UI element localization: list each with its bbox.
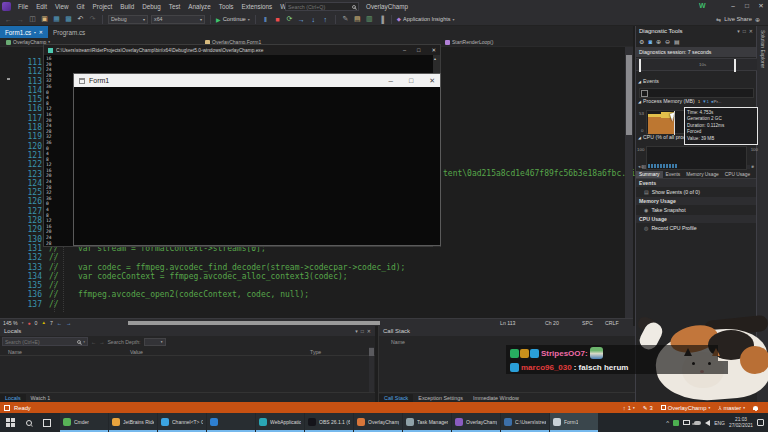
save-all-icon[interactable]: ▩ bbox=[64, 15, 73, 23]
tab-watch-1[interactable]: Watch 1 bbox=[26, 394, 56, 402]
stop-icon[interactable]: ■ bbox=[273, 16, 282, 23]
feedback-icon[interactable]: ⊕ bbox=[755, 16, 760, 23]
horizontal-scrollbar-thumb[interactable] bbox=[128, 321, 380, 325]
events-section-header[interactable]: ◢ Events bbox=[636, 77, 756, 85]
navigate-forward-icon[interactable]: → bbox=[66, 320, 71, 326]
tab-call-stack[interactable]: Call Stack bbox=[379, 394, 413, 402]
diagnostics-tab[interactable]: Memory Usage bbox=[683, 171, 722, 178]
step-into-icon[interactable]: ↓ bbox=[309, 16, 318, 23]
undo-icon[interactable]: ↶ bbox=[76, 15, 85, 23]
taskbar-search-button[interactable] bbox=[20, 420, 38, 426]
close-icon[interactable]: ✕ bbox=[429, 77, 435, 85]
search-input[interactable] bbox=[288, 4, 352, 10]
git-outgoing-commits[interactable]: ↑1▾ bbox=[623, 405, 635, 411]
solution-configuration-dropdown[interactable]: Debug▾ bbox=[108, 15, 148, 24]
new-window-icon[interactable]: ◫ bbox=[28, 15, 37, 23]
notifications-bell-icon[interactable] bbox=[753, 406, 758, 410]
doc-outline-icon[interactable]: ▤ bbox=[353, 15, 362, 23]
volume-icon[interactable] bbox=[705, 420, 710, 426]
account-avatar[interactable]: W bbox=[699, 2, 706, 9]
locals-search-box[interactable]: ▾ bbox=[2, 337, 88, 346]
menu-item[interactable]: Tools bbox=[215, 3, 238, 10]
member-dropdown[interactable]: StartRenderLoop() bbox=[445, 39, 493, 45]
diagnostics-tab[interactable]: Summary bbox=[636, 171, 663, 178]
timeline-ruler[interactable]: 10s bbox=[636, 58, 757, 71]
locals-scrollbar[interactable] bbox=[369, 347, 374, 392]
session-start-marker[interactable] bbox=[639, 59, 641, 72]
continue-button[interactable]: ▶ Continue ▾ bbox=[216, 16, 250, 23]
scroll-left-icon[interactable]: ◂ bbox=[638, 164, 640, 169]
column-header-name[interactable]: Name bbox=[391, 339, 405, 345]
menu-item[interactable]: Edit bbox=[32, 3, 51, 10]
zoom-out-icon[interactable]: ⊖ bbox=[665, 38, 670, 45]
quick-search-box[interactable] bbox=[285, 2, 359, 11]
maximize-icon[interactable]: □ bbox=[409, 77, 413, 84]
clock[interactable]: 21:03 27/02/2021 bbox=[729, 417, 753, 429]
nav-back-icon[interactable]: ← bbox=[4, 16, 13, 23]
task-view-button[interactable] bbox=[38, 419, 56, 427]
taskbar-button[interactable]: WebApplication... bbox=[256, 413, 304, 432]
event-marker[interactable] bbox=[641, 90, 648, 97]
close-icon[interactable]: ✕ bbox=[431, 47, 436, 53]
menu-item[interactable]: Extensions bbox=[237, 3, 276, 10]
locals-search-input[interactable] bbox=[5, 339, 75, 345]
restart-icon[interactable]: ⟳ bbox=[285, 15, 294, 23]
cpu-chart[interactable]: 100 0 100 0 bbox=[646, 146, 747, 170]
taskbar-button[interactable]: Task Manager bbox=[403, 413, 451, 432]
column-header-value[interactable]: Value bbox=[130, 349, 143, 355]
menu-item[interactable]: Debug bbox=[138, 3, 165, 10]
break-all-icon[interactable]: ‖ bbox=[261, 16, 270, 23]
open-folder-icon[interactable]: ▣ bbox=[40, 15, 49, 23]
memory-section-header[interactable]: ◢ Process Memory (MB) 1 ▼ 1 ● Pr... bbox=[636, 97, 756, 105]
chevron-down-icon[interactable]: ▾ bbox=[737, 28, 740, 34]
git-branch-picker[interactable]: Ymaster▾ bbox=[718, 405, 745, 411]
doc-list-icon[interactable]: ▥ bbox=[365, 15, 374, 23]
tab-immediate-window[interactable]: Immediate Window bbox=[468, 394, 524, 402]
tab-locals[interactable]: Locals bbox=[0, 394, 26, 402]
menu-item[interactable]: View bbox=[51, 3, 73, 10]
minimize-icon[interactable]: – bbox=[388, 76, 392, 85]
console-title-bar[interactable]: C:\Users\stream\RiderProjects\OverlayCha… bbox=[44, 45, 440, 55]
application-insights-dropdown[interactable]: ◆ Application Insights ▾ bbox=[397, 16, 455, 22]
redo-icon[interactable]: ↷ bbox=[88, 15, 97, 23]
tab-form1-cs[interactable]: Form1.cs ▪ ✕ bbox=[0, 26, 48, 38]
save-icon[interactable]: ▦ bbox=[52, 15, 61, 23]
security-shield-icon[interactable] bbox=[673, 420, 679, 426]
tray-expand-icon[interactable]: ^ bbox=[666, 420, 669, 426]
settings-gear-icon[interactable]: ⚙ bbox=[639, 38, 644, 45]
menu-item[interactable]: File bbox=[14, 3, 32, 10]
error-count[interactable]: 0 bbox=[35, 320, 38, 326]
pin-icon[interactable]: □ bbox=[361, 328, 364, 334]
onedrive-cloud-icon[interactable] bbox=[694, 421, 701, 425]
take-snapshot-link[interactable]: ◉ Take Snapshot bbox=[636, 205, 756, 215]
menu-item[interactable]: Git bbox=[73, 3, 89, 10]
menu-item[interactable]: Build bbox=[116, 3, 138, 10]
close-icon[interactable]: ✕ bbox=[749, 28, 753, 34]
close-icon[interactable]: ✕ bbox=[367, 328, 371, 334]
diagnostics-tab[interactable]: CPU Usage bbox=[722, 171, 753, 178]
column-header-name[interactable]: Name bbox=[8, 349, 22, 355]
export-icon[interactable]: ▤ bbox=[674, 38, 680, 45]
display-icon[interactable] bbox=[683, 420, 690, 425]
taskbar-button[interactable]: C:\Users\stream... bbox=[501, 413, 549, 432]
column-header-type[interactable]: Type bbox=[310, 349, 321, 355]
events-track[interactable] bbox=[639, 88, 754, 98]
diagnostics-tab[interactable]: Events bbox=[663, 171, 684, 178]
taskbar-button[interactable] bbox=[207, 413, 255, 432]
minimize-button[interactable]: – bbox=[726, 0, 740, 11]
diagnostic-tools-header[interactable]: Diagnostic Tools ▾ □ ✕ bbox=[636, 26, 756, 36]
close-tab-icon[interactable]: ✕ bbox=[39, 29, 43, 35]
git-pending-edits[interactable]: ✎3 bbox=[643, 405, 653, 411]
keyboard-language[interactable]: ENG bbox=[714, 420, 725, 426]
editor-zoom-level[interactable]: 145 % bbox=[3, 320, 18, 326]
navigate-back-icon[interactable]: ← bbox=[57, 320, 62, 326]
minimize-icon[interactable]: – bbox=[403, 47, 406, 53]
scrollbar-thumb[interactable] bbox=[626, 55, 632, 135]
search-next-icon[interactable]: → bbox=[99, 339, 104, 345]
taskbar-button[interactable]: OverlayChamp (... bbox=[452, 413, 500, 432]
record-cpu-profile-link[interactable]: ◎ Record CPU Profile bbox=[636, 223, 756, 233]
scrollbar-thumb[interactable] bbox=[369, 348, 374, 356]
select-tools-icon[interactable]: ◙ bbox=[648, 39, 652, 45]
maximize-button[interactable]: □ bbox=[740, 0, 754, 11]
solution-platform-dropdown[interactable]: x64▾ bbox=[151, 15, 205, 24]
